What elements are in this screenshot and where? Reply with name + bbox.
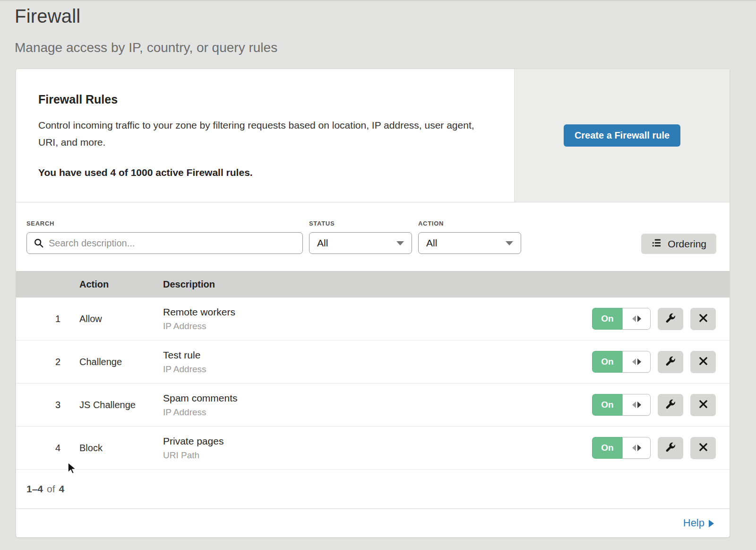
pagination-range: 1–4 <box>26 483 43 495</box>
rule-match-type: IP Address <box>163 364 569 375</box>
delete-icon <box>698 442 709 454</box>
rules-table-body: 1 Allow Remote workers IP Address On <box>16 297 730 470</box>
page-subtitle: Manage access by IP, country, or query r… <box>15 40 730 55</box>
rule-priority: 3 <box>16 400 79 410</box>
rule-match-type: IP Address <box>163 321 569 332</box>
rule-description-cell: Private pages URI Path <box>163 436 569 461</box>
action-selected-value: All <box>426 237 437 249</box>
rule-controls: On <box>569 437 730 459</box>
rule-description: Test rule <box>163 349 569 361</box>
edit-rule-button[interactable] <box>658 308 683 330</box>
rule-description: Spam comments <box>163 393 569 404</box>
edit-rule-button[interactable] <box>658 437 683 459</box>
rule-match-type: URI Path <box>163 450 569 461</box>
rule-enabled-toggle[interactable]: On <box>592 351 651 373</box>
search-label: SEARCH <box>26 220 303 227</box>
rule-action: Challenge <box>79 357 163 367</box>
rule-priority: 1 <box>16 314 79 324</box>
column-header-description: Description <box>163 279 569 290</box>
rule-controls: On <box>569 351 730 373</box>
delete-rule-button[interactable] <box>690 394 716 416</box>
rule-action: Allow <box>79 314 163 324</box>
overview-section: Firewall Rules Control incoming traffic … <box>16 69 730 202</box>
pagination: 1–4 of 4 <box>16 470 730 509</box>
rule-enabled-toggle[interactable]: On <box>592 394 651 416</box>
rule-enabled-toggle[interactable]: On <box>592 437 651 459</box>
rule-match-type: IP Address <box>163 407 569 418</box>
wrench-icon <box>665 356 676 368</box>
rule-enabled-toggle[interactable]: On <box>592 308 651 330</box>
delete-rule-button[interactable] <box>690 308 716 330</box>
usage-summary: You have used 4 of 1000 active Firewall … <box>38 167 491 178</box>
wrench-icon <box>665 399 676 411</box>
page-title: Firewall <box>15 6 730 27</box>
ordering-button-label: Ordering <box>668 238 706 250</box>
action-select[interactable]: All <box>418 232 521 254</box>
status-selected-value: All <box>317 237 328 249</box>
table-row: 2 Challenge Test rule IP Address On <box>16 340 730 384</box>
wrench-icon <box>665 313 676 325</box>
status-chevron-icon <box>396 241 404 245</box>
toggle-state-label: On <box>592 308 622 330</box>
ordering-button[interactable]: Ordering <box>641 234 716 254</box>
action-label: ACTION <box>418 220 521 227</box>
toggle-arrows-icon <box>622 308 651 330</box>
search-filter: SEARCH <box>26 220 303 254</box>
rule-description-cell: Test rule IP Address <box>163 349 569 375</box>
toggle-state-label: On <box>592 437 622 459</box>
rule-action: JS Challenge <box>79 400 163 410</box>
delete-icon <box>698 356 709 368</box>
status-filter: STATUS All <box>309 220 412 254</box>
create-firewall-rule-button[interactable]: Create a Firewall rule <box>564 124 680 147</box>
table-row: 4 Block Private pages URI Path On <box>16 427 730 470</box>
page-header: Firewall Manage access by IP, country, o… <box>0 1 756 55</box>
table-header: Action Description <box>16 271 730 297</box>
delete-icon <box>698 313 709 325</box>
edit-rule-button[interactable] <box>658 394 683 416</box>
filters-section: SEARCH STATUS All ACTION All <box>16 202 730 271</box>
edit-rule-button[interactable] <box>658 351 683 373</box>
delete-icon <box>698 399 709 411</box>
wrench-icon <box>665 442 676 454</box>
toggle-state-label: On <box>592 351 622 373</box>
pagination-of-label: of <box>47 483 55 495</box>
overview-text: Firewall Rules Control incoming traffic … <box>16 69 514 202</box>
toggle-arrows-icon <box>622 351 651 373</box>
firewall-rules-card: Firewall Rules Control incoming traffic … <box>16 69 730 538</box>
table-row: 1 Allow Remote workers IP Address On <box>16 297 730 340</box>
delete-rule-button[interactable] <box>690 437 716 459</box>
ordering-icon <box>651 237 662 251</box>
rule-priority: 2 <box>16 357 79 367</box>
rule-description-cell: Spam comments IP Address <box>163 393 569 418</box>
action-filter: ACTION All <box>418 220 521 254</box>
rule-description-cell: Remote workers IP Address <box>163 306 569 332</box>
card-footer: Help <box>16 509 730 537</box>
help-link[interactable]: Help <box>683 517 714 529</box>
rule-controls: On <box>569 394 730 416</box>
create-rule-panel: Create a Firewall rule <box>514 69 730 202</box>
overview-heading: Firewall Rules <box>38 93 491 106</box>
rule-controls: On <box>569 308 730 330</box>
table-row: 3 JS Challenge Spam comments IP Address … <box>16 384 730 427</box>
toggle-arrows-icon <box>622 394 651 416</box>
help-arrow-icon <box>709 520 714 527</box>
status-label: STATUS <box>309 220 412 227</box>
rule-action: Block <box>79 443 163 454</box>
overview-description: Control incoming traffic to your zone by… <box>38 117 487 151</box>
toggle-state-label: On <box>592 394 622 416</box>
search-icon <box>34 238 44 248</box>
pagination-total: 4 <box>59 483 65 495</box>
rule-description: Remote workers <box>163 306 569 318</box>
help-link-label: Help <box>683 517 704 529</box>
rule-description: Private pages <box>163 436 569 447</box>
status-select[interactable]: All <box>309 232 412 254</box>
search-input[interactable] <box>26 232 303 254</box>
rule-priority: 4 <box>16 443 79 454</box>
action-chevron-icon <box>506 241 513 245</box>
toggle-arrows-icon <box>622 437 651 459</box>
column-header-action: Action <box>79 279 163 290</box>
delete-rule-button[interactable] <box>690 351 716 373</box>
